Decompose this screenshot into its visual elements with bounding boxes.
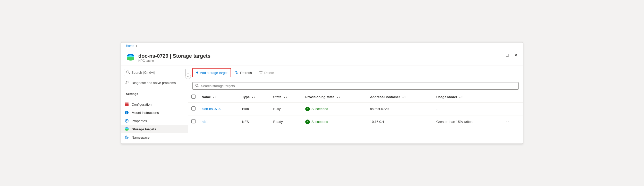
- sidebar-item-storage-targets[interactable]: Storage targets: [121, 125, 188, 133]
- sidebar-collapse-button[interactable]: «: [185, 73, 191, 79]
- search-icon: [195, 84, 199, 88]
- sidebar-item-mount-instructions[interactable]: i Mount instructions: [121, 108, 188, 117]
- sidebar-item-diagnose[interactable]: Diagnose and solve problems: [121, 79, 188, 87]
- header-checkbox-cell: [188, 92, 199, 102]
- table-row: nfs1 NFS Ready ✓ Succeeded: [188, 115, 523, 128]
- row2-usage-model-cell: Greater than 15% writes: [433, 115, 500, 128]
- sidebar-item-namespace[interactable]: Namespace: [121, 133, 188, 141]
- state-sort-icon[interactable]: ▲▼: [283, 96, 287, 98]
- storage-targets-icon: [124, 127, 129, 131]
- row1-actions-cell: ···: [499, 102, 523, 115]
- row2-address-value: 10.16.0.4: [370, 120, 384, 124]
- state-col-label: State: [273, 95, 282, 99]
- add-storage-target-label: Add storage target: [200, 71, 227, 75]
- sidebar-search-icon: [126, 70, 130, 75]
- select-all-checkbox[interactable]: [191, 95, 196, 99]
- search-bar[interactable]: [192, 82, 519, 90]
- row2-type-value: NFS: [242, 120, 249, 124]
- table-search-input[interactable]: [201, 84, 516, 88]
- add-icon: +: [196, 70, 198, 75]
- prov-state-sort-icon[interactable]: ▲▼: [336, 96, 340, 98]
- address-sort-icon[interactable]: ▲▼: [402, 96, 406, 98]
- header-provisioning-state[interactable]: Provisioning state ▲▼: [302, 92, 367, 102]
- sidebar-namespace-label: Namespace: [132, 136, 149, 139]
- content-area: + Add storage target ↻ Refresh: [188, 65, 523, 143]
- row1-type-cell: Blob: [239, 102, 270, 115]
- svg-point-26: [125, 129, 129, 131]
- sidebar-settings-section: Settings: [121, 89, 188, 98]
- refresh-icon: ↻: [235, 70, 239, 75]
- row2-success-icon: ✓: [305, 120, 310, 124]
- row1-address-value: ns-test-0729: [370, 107, 388, 111]
- namespace-icon: [124, 135, 129, 140]
- main-layout: « Diagnose and solve problems Settings: [121, 65, 523, 143]
- page-subtitle: HPC cache: [138, 59, 210, 63]
- sidebar-item-configuration[interactable]: Configuration: [121, 100, 188, 108]
- properties-icon: [124, 119, 129, 123]
- info-icon: i: [124, 110, 129, 115]
- sidebar-divider-1: [124, 88, 185, 88]
- row2-provisioning-status: ✓ Succeeded: [305, 120, 364, 124]
- main-window: Home › doc-ns-0729 | Storage targets HPC…: [121, 42, 523, 144]
- row2-prov-state-cell: ✓ Succeeded: [302, 115, 367, 128]
- refresh-button[interactable]: ↻ Refresh: [232, 69, 255, 77]
- storage-targets-table: Name ▲▼ Type ▲▼ State ▲▼ Provisioning: [188, 92, 523, 128]
- window-controls: □ ✕: [505, 52, 519, 58]
- row2-state-cell: Ready: [270, 115, 302, 128]
- name-sort-icon[interactable]: ▲▼: [213, 96, 217, 98]
- sidebar-properties-label: Properties: [132, 119, 147, 123]
- sidebar-divider-2: [124, 99, 185, 99]
- header-type[interactable]: Type ▲▼: [239, 92, 270, 102]
- row1-prov-state-value: Succeeded: [311, 107, 328, 111]
- svg-line-8: [129, 73, 130, 74]
- collapse-icon: «: [187, 75, 189, 78]
- svg-point-6: [127, 58, 134, 61]
- table-header-row: Name ▲▼ Type ▲▼ State ▲▼ Provisioning: [188, 92, 523, 102]
- configuration-icon: [124, 102, 129, 107]
- toolbar: + Add storage target ↻ Refresh: [188, 65, 523, 80]
- address-col-label: Address/Container: [370, 95, 400, 99]
- type-sort-icon[interactable]: ▲▼: [252, 96, 256, 98]
- sidebar-search-box[interactable]: [124, 69, 185, 76]
- prov-state-col-label: Provisioning state: [305, 95, 334, 99]
- minimize-button[interactable]: □: [505, 52, 510, 58]
- row2-more-button[interactable]: ···: [503, 119, 511, 125]
- header-address[interactable]: Address/Container ▲▼: [367, 92, 433, 102]
- breadcrumb-home-link[interactable]: Home: [126, 44, 134, 48]
- row2-usage-model-value: Greater than 15% writes: [436, 120, 472, 124]
- header-name[interactable]: Name ▲▼: [199, 92, 239, 102]
- type-col-label: Type: [242, 95, 250, 99]
- add-storage-target-button[interactable]: + Add storage target: [192, 68, 231, 77]
- row1-type-value: Blob: [242, 107, 249, 111]
- row1-prov-state-cell: ✓ Succeeded: [302, 102, 367, 115]
- sidebar-configuration-label: Configuration: [132, 103, 151, 106]
- row2-type-cell: NFS: [239, 115, 270, 128]
- sidebar-item-properties[interactable]: Properties: [121, 117, 188, 125]
- page-title: doc-ns-0729 | Storage targets: [138, 53, 210, 59]
- header-state[interactable]: State ▲▼: [270, 92, 302, 102]
- delete-icon: [259, 71, 263, 75]
- row2-checkbox[interactable]: [191, 119, 196, 123]
- search-bar-row: [188, 80, 523, 92]
- row1-state-value: Busy: [273, 107, 281, 111]
- usage-sort-icon[interactable]: ▲▼: [459, 96, 463, 98]
- sidebar-search-input[interactable]: [131, 71, 183, 74]
- header-usage-model[interactable]: Usage Model ▲▼: [433, 92, 500, 102]
- row2-checkbox-cell: [188, 115, 199, 128]
- row1-address-cell: ns-test-0729: [367, 102, 433, 115]
- row2-name-link[interactable]: nfs1: [202, 120, 208, 124]
- refresh-label: Refresh: [240, 71, 252, 75]
- row1-checkbox[interactable]: [191, 106, 196, 111]
- row2-address-cell: 10.16.0.4: [367, 115, 433, 128]
- breadcrumb: Home ›: [121, 43, 523, 49]
- close-button[interactable]: ✕: [513, 52, 519, 58]
- row1-name-link[interactable]: blob-ns-0729: [202, 107, 221, 111]
- delete-button[interactable]: Delete: [256, 69, 277, 77]
- sidebar-settings-title: Settings: [124, 91, 185, 97]
- breadcrumb-separator: ›: [136, 44, 137, 48]
- row1-more-button[interactable]: ···: [503, 106, 511, 112]
- hpc-cache-icon: [126, 53, 135, 62]
- row2-prov-state-value: Succeeded: [311, 120, 328, 124]
- delete-label: Delete: [264, 71, 274, 75]
- title-info: doc-ns-0729 | Storage targets HPC cache: [138, 53, 210, 63]
